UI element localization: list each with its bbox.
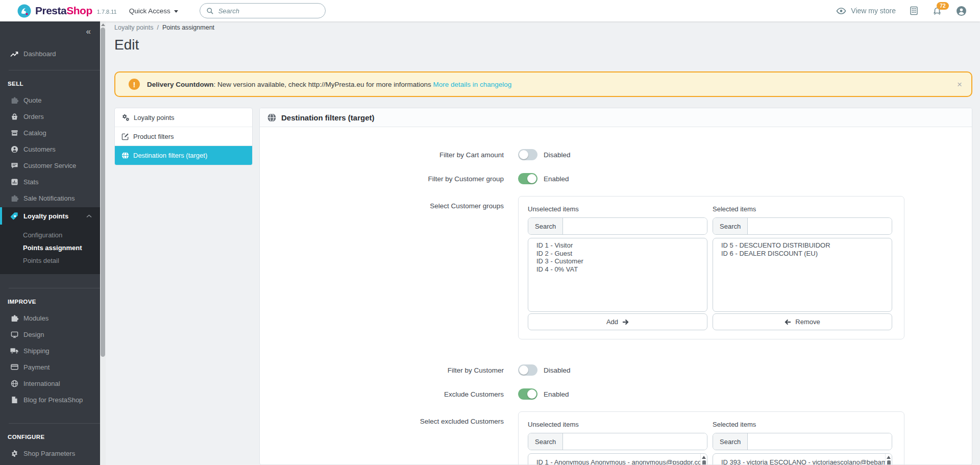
selected-search: Search: [713, 433, 892, 450]
view-my-store-link[interactable]: View my store: [836, 7, 896, 15]
trending-up-icon: [10, 51, 18, 57]
field-label: Filter by Customer group: [260, 175, 504, 183]
scroll-up-arrow[interactable]: [887, 456, 891, 459]
list-option[interactable]: ID 4 - 0% VAT: [528, 265, 707, 274]
basket-icon: [10, 113, 18, 120]
notifications-button[interactable]: 72: [932, 6, 942, 16]
list-option[interactable]: ID 393 - victoria ESCOLANO - victoriaesc…: [713, 457, 892, 465]
listbox-scrollbar[interactable]: [700, 454, 707, 465]
app-version: 1.7.8.11: [97, 9, 117, 15]
toggle-knob: [519, 365, 528, 375]
customer-toggle[interactable]: [518, 364, 537, 376]
unselected-search-input[interactable]: [563, 433, 707, 450]
search-label: Search: [528, 218, 563, 234]
column-title: Selected items: [713, 205, 892, 213]
remove-button[interactable]: Remove: [713, 313, 892, 330]
exclude-customers-toggle[interactable]: [518, 388, 537, 400]
sidebar-subitem-configuration[interactable]: Configuration: [0, 229, 100, 241]
sidebar-item-modules[interactable]: Modules: [0, 310, 100, 326]
sidebar-item-shipping[interactable]: Shipping: [0, 342, 100, 359]
sidebar-item-orders[interactable]: Orders: [0, 108, 100, 125]
loyalty-tag-icon: [10, 212, 18, 220]
unselected-search-input[interactable]: [563, 218, 707, 234]
sidebar-item-shop-parameters[interactable]: Shop Parameters: [0, 445, 100, 461]
alert-changelog-link[interactable]: More details in changelog: [433, 81, 511, 88]
column-title: Unselected items: [528, 205, 707, 213]
selected-listbox[interactable]: ID 393 - victoria ESCOLANO - victoriaesc…: [713, 453, 892, 465]
add-button[interactable]: Add: [528, 313, 707, 330]
add-label: Add: [606, 318, 618, 326]
breadcrumb-parent[interactable]: Loyalty points: [114, 24, 153, 31]
sidebar-item-stats[interactable]: Stats: [0, 174, 100, 190]
unselected-search: Search: [528, 217, 707, 235]
sidebar-item-quote[interactable]: Quote: [0, 92, 100, 108]
selected-listbox[interactable]: ID 5 - DESCUENTO DISTRIBUIDOR ID 6 - DEA…: [713, 238, 892, 312]
list-option[interactable]: ID 6 - DEALER DISCOUNT (EU): [713, 250, 892, 258]
sidebar-item-blog[interactable]: Blog for PrestaShop: [0, 391, 100, 408]
notifications-count-badge: 72: [937, 2, 949, 10]
list-option[interactable]: ID 2 - Guest: [528, 250, 707, 258]
sidebar-subitem-points-assignment[interactable]: Points assignment: [0, 241, 100, 254]
customer-groups-picker-row: Select Customer groups Unselected items …: [260, 196, 972, 339]
sidebar-item-label: Design: [23, 331, 44, 338]
gears-icon: [121, 114, 130, 121]
list-option[interactable]: ID 3 - Customer: [528, 257, 707, 265]
close-icon[interactable]: ×: [957, 80, 962, 89]
list-option[interactable]: ID 1 - Visitor: [528, 241, 707, 250]
selected-search-input[interactable]: [748, 433, 892, 450]
scrollbar-thumb[interactable]: [101, 28, 105, 357]
top-bar: PrestaShop 1.7.8.11 Quick Access View my…: [0, 0, 980, 21]
eye-icon: [836, 7, 846, 15]
search-input[interactable]: [218, 7, 319, 15]
scrollbar-thumb[interactable]: [887, 460, 891, 465]
shop-grid-button[interactable]: [910, 6, 918, 15]
sidebar-scrollbar[interactable]: [100, 21, 106, 465]
sidebar-item-dashboard[interactable]: Dashboard: [0, 45, 100, 62]
sidebar-item-loyalty-points[interactable]: Loyalty points: [0, 207, 100, 225]
brand-presta: Presta: [35, 5, 66, 16]
sidebar-item-label: Blog for PrestaShop: [23, 396, 83, 404]
destination-filters-panel: Destination filters (target) Filter by C…: [259, 108, 972, 465]
sidebar-item-design[interactable]: Design: [0, 326, 100, 342]
chevron-down-icon: [174, 10, 178, 13]
file-icon: [10, 396, 18, 404]
sidebar-item-sale-notifications[interactable]: Sale Notifications: [0, 190, 100, 206]
tab-product-filters[interactable]: Product filters: [115, 127, 252, 146]
unselected-listbox[interactable]: ID 1 - Anonymous Anonymous - anonymous@p…: [528, 453, 707, 465]
customer-group-toggle[interactable]: [518, 173, 537, 184]
scroll-up-arrow[interactable]: [101, 23, 105, 26]
tab-destination-filters[interactable]: Destination filters (target): [115, 146, 252, 165]
list-option[interactable]: ID 5 - DESCUENTO DISTRIBUIDOR: [713, 241, 892, 250]
toggle-state-label: Enabled: [544, 175, 569, 183]
sidebar-item-international[interactable]: International: [0, 375, 100, 391]
sidebar-item-label: Dashboard: [23, 50, 56, 58]
sidebar-collapse-button[interactable]: «: [0, 21, 100, 37]
toggle-knob: [527, 174, 536, 183]
scrollbar-thumb[interactable]: [702, 460, 706, 465]
chat-icon: [10, 162, 18, 169]
prestashop-logo[interactable]: PrestaShop: [17, 4, 92, 18]
selected-search-input[interactable]: [748, 218, 892, 234]
account-button[interactable]: [956, 6, 967, 16]
sidebar-item-payment[interactable]: Payment: [0, 359, 100, 375]
sidebar-item-customer-service[interactable]: Customer Service: [0, 157, 100, 174]
panel-header: Destination filters (target): [260, 108, 972, 127]
tab-loyalty-points[interactable]: Loyalty points: [115, 108, 252, 127]
field-label: Exclude Customers: [260, 390, 504, 398]
bar-chart-icon: [10, 178, 18, 186]
listbox-scrollbar[interactable]: [885, 454, 892, 465]
unselected-listbox[interactable]: ID 1 - Visitor ID 2 - Guest ID 3 - Custo…: [528, 238, 707, 312]
sidebar-subitem-points-detail[interactable]: Points detail: [0, 254, 100, 267]
scroll-up-arrow[interactable]: [702, 456, 706, 459]
sidebar-item-customers[interactable]: Customers: [0, 141, 100, 157]
cart-amount-toggle[interactable]: [518, 149, 537, 160]
sidebar-item-catalog[interactable]: Catalog: [0, 125, 100, 141]
chevron-up-icon: [86, 214, 92, 218]
sidebar-section-configure: CONFIGURE: [0, 424, 100, 445]
exclude-customers-row: Exclude Customers Enabled: [260, 388, 972, 400]
quick-access-menu[interactable]: Quick Access: [129, 7, 178, 15]
list-option[interactable]: ID 1 - Anonymous Anonymous - anonymous@p…: [528, 457, 707, 465]
puzzle-icon: [10, 314, 18, 322]
sidebar-item-label: Payment: [23, 363, 50, 371]
field-label: Filter by Customer: [260, 366, 504, 374]
